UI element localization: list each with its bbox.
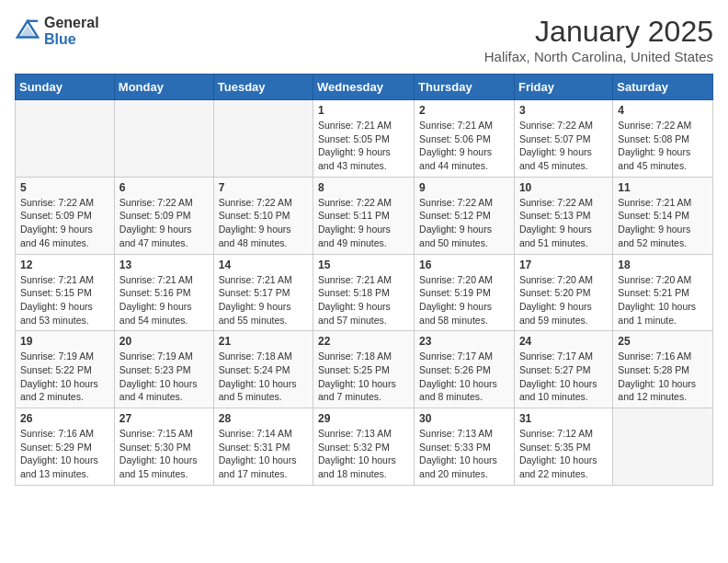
day-number: 24	[519, 335, 608, 348]
calendar-cell: 22Sunrise: 7:18 AM Sunset: 5:25 PM Dayli…	[313, 331, 415, 408]
day-info: Sunrise: 7:21 AM Sunset: 5:17 PM Dayligh…	[219, 273, 308, 327]
day-info: Sunrise: 7:20 AM Sunset: 5:20 PM Dayligh…	[519, 273, 608, 327]
day-number: 20	[119, 335, 209, 348]
logo-text: General Blue	[44, 15, 99, 47]
calendar-week-4: 19Sunrise: 7:19 AM Sunset: 5:22 PM Dayli…	[16, 331, 713, 408]
day-number: 2	[419, 104, 509, 117]
day-info: Sunrise: 7:22 AM Sunset: 5:08 PM Dayligh…	[618, 119, 708, 173]
calendar-cell: 2Sunrise: 7:21 AM Sunset: 5:06 PM Daylig…	[415, 100, 515, 178]
weekday-header-sunday: Sunday	[16, 75, 115, 100]
day-number: 12	[20, 259, 109, 271]
calendar-cell: 27Sunrise: 7:15 AM Sunset: 5:30 PM Dayli…	[114, 408, 213, 486]
day-info: Sunrise: 7:16 AM Sunset: 5:29 PM Dayligh…	[20, 427, 109, 481]
logo: General Blue	[15, 15, 99, 47]
day-number: 13	[119, 259, 209, 271]
calendar-cell: 13Sunrise: 7:21 AM Sunset: 5:16 PM Dayli…	[114, 254, 213, 331]
calendar-week-3: 12Sunrise: 7:21 AM Sunset: 5:15 PM Dayli…	[16, 254, 713, 331]
day-number: 30	[419, 412, 509, 425]
day-info: Sunrise: 7:20 AM Sunset: 5:21 PM Dayligh…	[618, 273, 708, 327]
calendar-cell	[16, 100, 115, 178]
day-number: 8	[318, 181, 409, 194]
day-info: Sunrise: 7:22 AM Sunset: 5:13 PM Dayligh…	[519, 196, 608, 250]
day-number: 22	[318, 335, 409, 348]
day-number: 16	[419, 259, 509, 271]
calendar-cell	[613, 408, 713, 486]
day-info: Sunrise: 7:18 AM Sunset: 5:24 PM Dayligh…	[219, 350, 308, 404]
day-info: Sunrise: 7:15 AM Sunset: 5:30 PM Dayligh…	[119, 427, 209, 481]
day-number: 4	[618, 104, 708, 117]
calendar-cell: 1Sunrise: 7:21 AM Sunset: 5:05 PM Daylig…	[313, 100, 415, 178]
calendar-cell: 7Sunrise: 7:22 AM Sunset: 5:10 PM Daylig…	[213, 177, 313, 254]
day-number: 15	[318, 259, 409, 271]
calendar-cell: 5Sunrise: 7:22 AM Sunset: 5:09 PM Daylig…	[16, 177, 115, 254]
day-info: Sunrise: 7:13 AM Sunset: 5:33 PM Dayligh…	[419, 427, 509, 481]
day-info: Sunrise: 7:22 AM Sunset: 5:09 PM Dayligh…	[119, 196, 209, 250]
day-number: 26	[20, 412, 109, 425]
day-info: Sunrise: 7:20 AM Sunset: 5:19 PM Dayligh…	[419, 273, 509, 327]
weekday-header-tuesday: Tuesday	[213, 75, 313, 100]
calendar-cell: 9Sunrise: 7:22 AM Sunset: 5:12 PM Daylig…	[415, 177, 515, 254]
logo-icon	[15, 18, 40, 44]
day-number: 18	[618, 259, 708, 271]
day-number: 25	[618, 335, 708, 348]
day-info: Sunrise: 7:17 AM Sunset: 5:26 PM Dayligh…	[419, 350, 509, 404]
calendar-cell: 6Sunrise: 7:22 AM Sunset: 5:09 PM Daylig…	[114, 177, 213, 254]
day-info: Sunrise: 7:18 AM Sunset: 5:25 PM Dayligh…	[318, 350, 409, 404]
calendar-cell: 23Sunrise: 7:17 AM Sunset: 5:26 PM Dayli…	[415, 331, 515, 408]
calendar-cell: 4Sunrise: 7:22 AM Sunset: 5:08 PM Daylig…	[613, 100, 713, 178]
calendar-cell: 31Sunrise: 7:12 AM Sunset: 5:35 PM Dayli…	[514, 408, 612, 486]
logo-blue-text: Blue	[44, 31, 99, 48]
day-number: 19	[20, 335, 109, 348]
day-number: 31	[519, 412, 608, 425]
calendar-cell: 28Sunrise: 7:14 AM Sunset: 5:31 PM Dayli…	[213, 408, 313, 486]
calendar-cell: 10Sunrise: 7:22 AM Sunset: 5:13 PM Dayli…	[514, 177, 612, 254]
day-number: 28	[219, 412, 308, 425]
calendar-week-2: 5Sunrise: 7:22 AM Sunset: 5:09 PM Daylig…	[16, 177, 713, 254]
day-info: Sunrise: 7:22 AM Sunset: 5:09 PM Dayligh…	[20, 196, 109, 250]
page-header: General Blue January 2025 Halifax, North…	[15, 15, 713, 64]
day-number: 9	[419, 181, 509, 194]
calendar-cell: 30Sunrise: 7:13 AM Sunset: 5:33 PM Dayli…	[415, 408, 515, 486]
day-number: 6	[119, 181, 209, 194]
day-number: 21	[219, 335, 308, 348]
logo-general-text: General	[44, 15, 99, 31]
day-info: Sunrise: 7:21 AM Sunset: 5:05 PM Dayligh…	[318, 119, 409, 173]
calendar-cell: 16Sunrise: 7:20 AM Sunset: 5:19 PM Dayli…	[415, 254, 515, 331]
weekday-header-monday: Monday	[114, 75, 213, 100]
day-number: 14	[219, 259, 308, 271]
day-number: 27	[119, 412, 209, 425]
day-number: 11	[618, 181, 708, 194]
day-number: 5	[20, 181, 109, 194]
calendar-cell: 26Sunrise: 7:16 AM Sunset: 5:29 PM Dayli…	[16, 408, 115, 486]
day-info: Sunrise: 7:22 AM Sunset: 5:10 PM Dayligh…	[219, 196, 308, 250]
day-info: Sunrise: 7:12 AM Sunset: 5:35 PM Dayligh…	[519, 427, 608, 481]
calendar-cell: 3Sunrise: 7:22 AM Sunset: 5:07 PM Daylig…	[514, 100, 612, 178]
day-number: 23	[419, 335, 509, 348]
calendar-cell: 25Sunrise: 7:16 AM Sunset: 5:28 PM Dayli…	[613, 331, 713, 408]
weekday-header-row: SundayMondayTuesdayWednesdayThursdayFrid…	[16, 75, 713, 100]
calendar-cell: 15Sunrise: 7:21 AM Sunset: 5:18 PM Dayli…	[313, 254, 415, 331]
weekday-header-wednesday: Wednesday	[313, 75, 415, 100]
title-block: January 2025 Halifax, North Carolina, Un…	[484, 15, 713, 64]
day-info: Sunrise: 7:21 AM Sunset: 5:15 PM Dayligh…	[20, 273, 109, 327]
calendar-cell: 24Sunrise: 7:17 AM Sunset: 5:27 PM Dayli…	[514, 331, 612, 408]
day-info: Sunrise: 7:14 AM Sunset: 5:31 PM Dayligh…	[219, 427, 308, 481]
calendar-cell	[213, 100, 313, 178]
calendar-cell: 29Sunrise: 7:13 AM Sunset: 5:32 PM Dayli…	[313, 408, 415, 486]
weekday-header-thursday: Thursday	[415, 75, 515, 100]
calendar-cell: 8Sunrise: 7:22 AM Sunset: 5:11 PM Daylig…	[313, 177, 415, 254]
calendar-cell: 21Sunrise: 7:18 AM Sunset: 5:24 PM Dayli…	[213, 331, 313, 408]
day-info: Sunrise: 7:17 AM Sunset: 5:27 PM Dayligh…	[519, 350, 608, 404]
calendar-week-5: 26Sunrise: 7:16 AM Sunset: 5:29 PM Dayli…	[16, 408, 713, 486]
calendar-subtitle: Halifax, North Carolina, United States	[484, 49, 713, 64]
day-info: Sunrise: 7:21 AM Sunset: 5:18 PM Dayligh…	[318, 273, 409, 327]
weekday-header-friday: Friday	[514, 75, 612, 100]
day-info: Sunrise: 7:16 AM Sunset: 5:28 PM Dayligh…	[618, 350, 708, 404]
calendar-title: January 2025	[484, 15, 713, 49]
day-info: Sunrise: 7:19 AM Sunset: 5:22 PM Dayligh…	[20, 350, 109, 404]
day-number: 29	[318, 412, 409, 425]
calendar-cell: 17Sunrise: 7:20 AM Sunset: 5:20 PM Dayli…	[514, 254, 612, 331]
calendar-cell	[114, 100, 213, 178]
day-info: Sunrise: 7:21 AM Sunset: 5:06 PM Dayligh…	[419, 119, 509, 173]
calendar-cell: 12Sunrise: 7:21 AM Sunset: 5:15 PM Dayli…	[16, 254, 115, 331]
